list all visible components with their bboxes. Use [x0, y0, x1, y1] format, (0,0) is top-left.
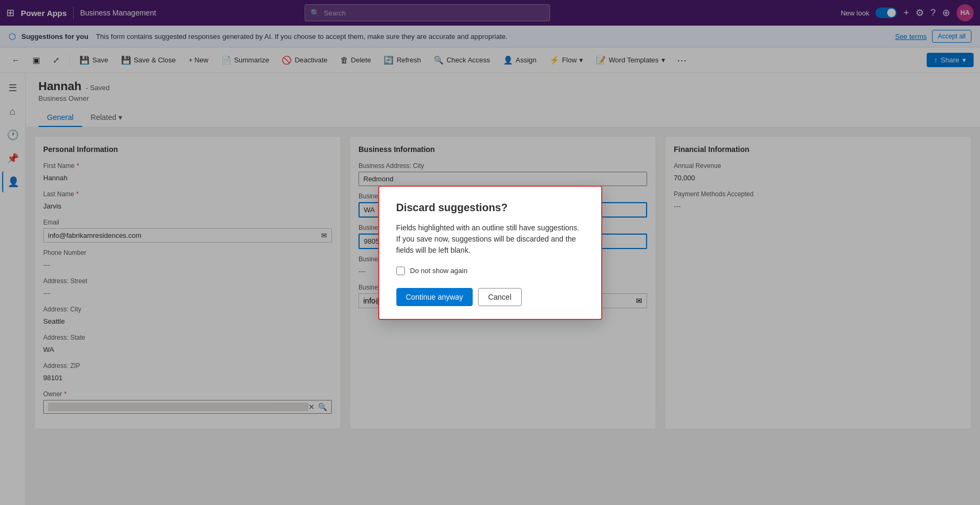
- modal-body: Fields highlighted with an outline still…: [396, 222, 584, 256]
- do-not-show-checkbox[interactable]: [396, 267, 405, 275]
- cancel-button[interactable]: Cancel: [478, 288, 522, 306]
- do-not-show-row: Do not show again: [396, 267, 584, 275]
- continue-anyway-button[interactable]: Continue anyway: [396, 288, 473, 306]
- discard-suggestions-modal: Discard suggestions? Fields highlighted …: [378, 186, 602, 320]
- modal-title: Discard suggestions?: [396, 202, 584, 214]
- modal-overlay: Discard suggestions? Fields highlighted …: [0, 0, 980, 505]
- do-not-show-label: Do not show again: [410, 267, 468, 275]
- modal-actions: Continue anyway Cancel: [396, 288, 584, 306]
